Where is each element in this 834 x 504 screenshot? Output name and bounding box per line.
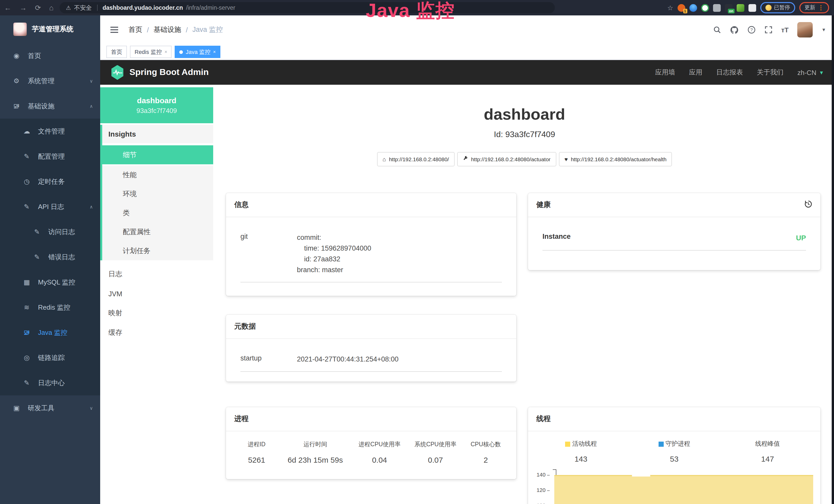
back-icon[interactable]: ← bbox=[4, 0, 11, 16]
font-size-icon[interactable]: ᴛT bbox=[781, 26, 789, 33]
sidebar-item-access-logs[interactable]: ✎ 访问日志 bbox=[0, 219, 100, 245]
threads-card-header: 线程 bbox=[528, 407, 820, 431]
extension-icon-y-green[interactable] bbox=[701, 4, 709, 12]
actuator-url-button[interactable]: http://192.168.0.2:48080/actuator bbox=[457, 152, 556, 166]
sba-menu-metrics[interactable]: 性能 bbox=[102, 165, 213, 184]
locale-selector[interactable]: zh-CN ▼ bbox=[797, 69, 824, 76]
sidebar-item-home[interactable]: ◉ 首页 bbox=[0, 43, 100, 68]
process-card-header: 进程 bbox=[226, 407, 516, 431]
sba-header: Spring Boot Admin 应用墙 应用 日志报表 关于我们 zh-CN… bbox=[100, 60, 834, 85]
sidebar-item-log-center[interactable]: ✎ 日志中心 bbox=[0, 370, 100, 395]
warning-icon: ⚠ bbox=[66, 4, 71, 11]
update-pill[interactable]: 更新 ⋮ bbox=[799, 2, 829, 13]
tag-home[interactable]: 首页 bbox=[106, 46, 127, 58]
extensions-puzzle-icon[interactable] bbox=[748, 4, 756, 12]
cpu-cores: 2 bbox=[463, 456, 508, 464]
window-scrollbar-edge[interactable] bbox=[832, 16, 834, 504]
divider bbox=[97, 5, 97, 11]
sidebar-item-error-logs[interactable]: ✎ 错误日志 bbox=[0, 245, 100, 270]
user-menu-caret-icon[interactable]: ▼ bbox=[821, 27, 826, 32]
close-icon[interactable]: × bbox=[164, 49, 167, 54]
sidebar-item-scheduled-tasks[interactable]: ◷ 定时任务 bbox=[0, 169, 100, 194]
live-threads-area bbox=[554, 475, 813, 504]
sidebar-item-api-logs[interactable]: ✎ API 日志 ∧ bbox=[0, 194, 100, 219]
sba-menu-classes[interactable]: 类 bbox=[102, 203, 213, 222]
eye-icon: ◎ bbox=[23, 354, 31, 362]
sba-nav-wallboard[interactable]: 应用墙 bbox=[655, 68, 675, 77]
y-tick-140: 140 bbox=[534, 472, 550, 478]
sba-menu-details[interactable]: 细节 bbox=[102, 144, 213, 165]
extension-icon-dark[interactable]: on bbox=[725, 4, 732, 12]
sba-menu-environment[interactable]: 环境 bbox=[102, 184, 213, 203]
sidebar-item-trace[interactable]: ◎ 链路追踪 bbox=[0, 345, 100, 370]
bookmark-star-icon[interactable]: ☆ bbox=[667, 4, 673, 12]
admin-sidebar: 芋道管理系统 ◉ 首页 ⚙ 系统管理 ∨ 🖳 基础设施 ∧ bbox=[0, 16, 100, 504]
paused-pill[interactable]: 已暂停 bbox=[760, 2, 795, 13]
sidebar-menu: ◉ 首页 ⚙ 系统管理 ∨ 🖳 基础设施 ∧ ☁ 文件管理 bbox=[0, 43, 100, 504]
breadcrumb-home[interactable]: 首页 bbox=[128, 25, 142, 35]
user-avatar[interactable] bbox=[797, 22, 813, 38]
sba-menu-scheduled[interactable]: 计划任务 bbox=[102, 241, 213, 260]
process-pid: 5261 bbox=[234, 456, 279, 464]
sba-menu-jvm[interactable]: JVM bbox=[100, 284, 213, 303]
screen: ← → ⟳ ⌂ ⚠ 不安全 dashboard.yudao.iocoder.cn… bbox=[0, 0, 834, 504]
help-icon[interactable]: ? bbox=[747, 26, 756, 34]
chevron-up-icon: ∧ bbox=[90, 104, 93, 109]
sba-content: dashboard Id: 93a3fc7f7409 ⌂ http://192.… bbox=[213, 85, 834, 504]
sba-brand-title[interactable]: Spring Boot Admin bbox=[129, 67, 209, 77]
y-tick-120: 120 bbox=[534, 487, 550, 493]
legend-live-threads: 活动线程 bbox=[534, 439, 628, 448]
fullscreen-icon[interactable] bbox=[764, 26, 773, 34]
breadcrumb: 首页 / 基础设施 / Java 监控 bbox=[128, 25, 223, 35]
sba-nav-applications[interactable]: 应用 bbox=[689, 68, 702, 77]
close-icon[interactable]: × bbox=[213, 49, 216, 54]
legend-yellow-swatch bbox=[565, 441, 570, 446]
browser-menu-kebab-icon[interactable]: ⋮ bbox=[818, 4, 824, 11]
sidebar-item-dev-tools[interactable]: ▣ 研发工具 ∨ bbox=[0, 395, 100, 420]
history-icon[interactable] bbox=[805, 200, 812, 209]
health-instance-row: Instance UP bbox=[543, 226, 806, 250]
breadcrumb-infrastructure[interactable]: 基础设施 bbox=[154, 25, 181, 35]
sidebar-item-mysql-monitor[interactable]: ▦ MySQL 监控 bbox=[0, 270, 100, 295]
extension-icon-pin[interactable] bbox=[689, 4, 697, 12]
health-card: 健康 Instance UP bbox=[528, 193, 820, 270]
app-logo-row[interactable]: 芋道管理系统 bbox=[0, 16, 100, 43]
sidebar-item-file-management[interactable]: ☁ 文件管理 bbox=[0, 119, 100, 144]
forward-icon[interactable]: → bbox=[20, 0, 27, 16]
sba-menu-caches[interactable]: 缓存 bbox=[100, 323, 213, 343]
sidebar-item-java-monitor[interactable]: 🖳 Java 监控 bbox=[0, 320, 100, 345]
tag-java-monitor[interactable]: Java 监控 × bbox=[175, 46, 220, 58]
breadcrumb-current: Java 监控 bbox=[192, 25, 223, 35]
search-icon[interactable] bbox=[713, 26, 721, 34]
tag-redis-monitor[interactable]: Redis 监控 × bbox=[130, 46, 172, 58]
wrench-icon bbox=[463, 156, 468, 162]
extension-icon-grid[interactable] bbox=[713, 4, 721, 12]
sba-nav-journal[interactable]: 日志报表 bbox=[716, 68, 743, 77]
log-edit-icon: ✎ bbox=[23, 203, 31, 210]
sidebar-item-redis-monitor[interactable]: ≋ Redis 监控 bbox=[0, 295, 100, 320]
github-icon[interactable] bbox=[730, 25, 739, 34]
extension-icon-orange[interactable]: 1 bbox=[677, 4, 685, 12]
health-key: Instance bbox=[543, 233, 599, 244]
sba-menu-config-props[interactable]: 配置属性 bbox=[102, 222, 213, 241]
extension-icon-green[interactable] bbox=[737, 4, 744, 12]
metadata-startup-row: startup 2021-04-27T00:44:31.254+08:00 bbox=[240, 348, 502, 372]
sidebar-collapse-icon[interactable] bbox=[108, 25, 120, 35]
sba-nav-about[interactable]: 关于我们 bbox=[757, 68, 784, 77]
health-url-button[interactable]: ♥ http://192.168.0.2:48080/actuator/heal… bbox=[559, 152, 672, 166]
sba-menu-mappings[interactable]: 映射 bbox=[100, 303, 213, 323]
info-card-header: 信息 bbox=[226, 193, 516, 217]
sidebar-item-infrastructure[interactable]: 🖳 基础设施 ∧ bbox=[0, 93, 100, 119]
instance-header[interactable]: dashboard 93a3fc7f7409 bbox=[100, 87, 213, 123]
sba-menu-logs[interactable]: 日志 bbox=[100, 265, 213, 284]
reload-icon[interactable]: ⟳ bbox=[35, 0, 41, 16]
infrastructure-submenu: ☁ 文件管理 ✎ 配置管理 ◷ 定时任务 ✎ API 日志 ∧ bbox=[0, 119, 100, 395]
address-bar[interactable]: ⚠ 不安全 dashboard.yudao.iocoder.cn/infra/a… bbox=[60, 2, 555, 13]
home-icon[interactable]: ⌂ bbox=[49, 0, 53, 16]
sidebar-item-config-management[interactable]: ✎ 配置管理 bbox=[0, 144, 100, 169]
health-card-header: 健康 bbox=[528, 193, 820, 217]
sidebar-item-system-management[interactable]: ⚙ 系统管理 ∨ bbox=[0, 68, 100, 93]
header-toolbar: ? ᴛT ▼ bbox=[713, 22, 826, 38]
service-url-button[interactable]: ⌂ http://192.168.0.2:48080/ bbox=[377, 152, 455, 166]
legend-blue-swatch bbox=[658, 441, 663, 446]
